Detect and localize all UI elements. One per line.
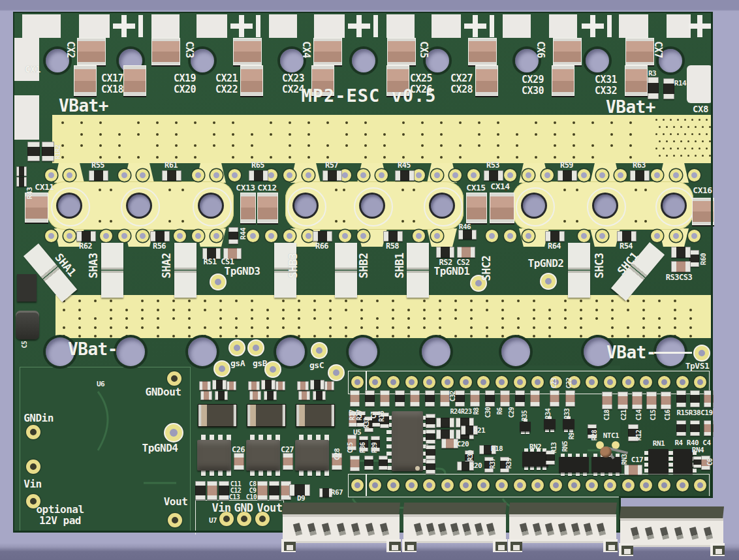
via-dot [63, 335, 65, 337]
via-dot [266, 317, 269, 320]
chip-capacitor [632, 392, 642, 409]
chip-resistor [313, 391, 326, 400]
via-dot [564, 317, 567, 320]
via-dot [345, 133, 348, 136]
via-ring [651, 169, 663, 181]
via-dot [478, 133, 480, 136]
via-dot [516, 156, 518, 159]
electrolytic-capacitor [16, 311, 39, 339]
silk-label-c21: C21 [621, 410, 627, 421]
resistor-r43 [16, 166, 27, 176]
via-dot [611, 309, 614, 311]
via-dot [235, 335, 238, 337]
via-ring [596, 169, 608, 181]
connector-hook-notch [624, 549, 631, 554]
chip-capacitor [297, 381, 309, 390]
via-dot [699, 133, 700, 135]
resistor-r43 [16, 177, 27, 187]
silk-label-r62: R62 [79, 242, 92, 250]
chip-capacitor [283, 453, 293, 470]
via-dot [61, 144, 64, 147]
silk-label-cx20: CX20 [174, 85, 196, 95]
via-dot [533, 326, 535, 329]
silk-label-c25: C25 [347, 443, 354, 454]
via-dot [141, 326, 144, 329]
via-dot [677, 133, 679, 135]
silk-label-c7: C7 [371, 411, 377, 418]
via-dot [673, 155, 675, 157]
via-dot [644, 189, 647, 191]
chip-resistor [212, 380, 227, 390]
silkscreen-bar [667, 14, 691, 38]
via-dot [313, 317, 316, 320]
silk-label-r63: R63 [633, 161, 646, 169]
via-dot [439, 300, 441, 302]
chip-capacitor [380, 390, 390, 407]
via-dot [517, 300, 520, 302]
via-dot [266, 335, 269, 337]
soic16-u5 [392, 411, 423, 471]
silk-label-r14: R14 [674, 80, 686, 87]
via-dot [172, 309, 175, 311]
phase-terminal-hole [663, 194, 685, 217]
via-dot [110, 326, 112, 329]
silk-label-r64: R64 [548, 242, 561, 250]
via-ring [522, 230, 535, 242]
via-dot [266, 326, 269, 329]
test-point-tpvs1 [695, 346, 709, 360]
via-dot [156, 121, 159, 124]
via-dot [421, 156, 424, 159]
gate-resistor [630, 170, 650, 181]
resistor-network [559, 457, 589, 473]
gate-resistor [249, 170, 268, 181]
via-dot [345, 300, 347, 302]
via-dot [440, 156, 443, 159]
pin1-dot [415, 466, 420, 471]
via-dot [99, 189, 101, 191]
gate-resistor [383, 231, 403, 241]
chip-resistor [676, 420, 686, 436]
resistor-network [522, 452, 548, 467]
via-dot [421, 121, 424, 124]
gate-signal-test-point [230, 341, 244, 355]
via-dot [680, 140, 682, 142]
silk-label-shb3: SHB3 [288, 253, 299, 279]
via-ring [63, 230, 76, 242]
chip-resistor [485, 390, 495, 407]
connector-hook-notch [498, 545, 505, 550]
resistor-rs3 [671, 247, 691, 258]
via-dot [413, 189, 415, 191]
via-dot [695, 140, 697, 142]
via-dot [674, 300, 676, 302]
via-dot [80, 133, 83, 136]
mounting-hole [352, 49, 375, 72]
via-dot [345, 335, 347, 337]
via-dot [335, 189, 338, 191]
via-dot [658, 317, 661, 320]
via-dot [689, 326, 692, 329]
silk-label-tpgnd4: TpGND4 [142, 443, 178, 454]
chip-resistor [310, 380, 324, 390]
via-dot [666, 155, 668, 157]
via-dot [376, 317, 379, 320]
via-dot [501, 317, 504, 320]
via-dot [313, 335, 316, 337]
via-dot [470, 335, 473, 337]
via-dot [251, 144, 253, 147]
via-dot [564, 300, 567, 302]
chip-capacitor [350, 390, 360, 407]
silk-label-r17: R17 [349, 410, 356, 421]
via-dot [172, 317, 175, 320]
silk-label-r33: R33 [564, 409, 571, 420]
capacitor [625, 65, 648, 96]
via-dot [251, 326, 253, 329]
via-dot [376, 335, 379, 337]
via-dot [563, 189, 566, 191]
chip-capacitor [275, 381, 285, 390]
via-dot [517, 317, 520, 320]
via-dot [554, 144, 556, 147]
via-dot [478, 144, 480, 147]
via-ring [228, 169, 241, 181]
via-ring [210, 169, 223, 181]
via-dot [235, 300, 238, 302]
